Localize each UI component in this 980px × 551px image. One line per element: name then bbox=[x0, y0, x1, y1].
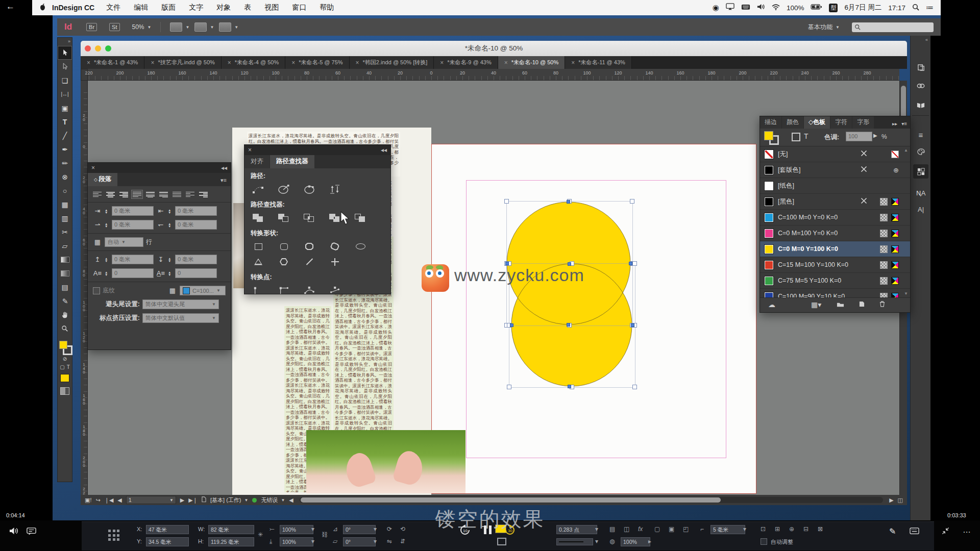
tint-field[interactable]: 100 bbox=[846, 132, 872, 141]
window-split-icon[interactable]: ◫ bbox=[898, 497, 903, 504]
zoom-level-select[interactable]: 50%▼ bbox=[132, 23, 152, 31]
scroll-left-arrow[interactable]: ◀ bbox=[289, 497, 293, 504]
beveled-rectangle-button[interactable] bbox=[303, 240, 316, 253]
x-field[interactable]: 47 毫米 bbox=[146, 525, 189, 534]
fit-proportionally-icon[interactable]: ⊟ bbox=[803, 525, 808, 533]
formatting-container-icon[interactable] bbox=[792, 133, 800, 141]
collapse-panel-icon[interactable]: ◂◂ bbox=[381, 146, 387, 154]
drop-cap-lines-field[interactable]: 0 bbox=[112, 268, 154, 278]
tab-色板[interactable]: ◇色板 bbox=[804, 116, 830, 129]
shading-checkbox[interactable] bbox=[93, 287, 100, 294]
selection-handle[interactable] bbox=[504, 199, 509, 204]
window-titlebar[interactable]: *未命名-10 @ 50% bbox=[81, 41, 907, 56]
gradient-feather-tool[interactable] bbox=[58, 266, 72, 280]
align-jr-button[interactable] bbox=[158, 190, 169, 198]
swatch-row[interactable]: C=100 M=0 Y=0 K=0 bbox=[760, 210, 910, 226]
document-tab[interactable]: ×*技艺非凡.indd @ 50% bbox=[144, 56, 221, 69]
previous-page-button[interactable]: ◀ bbox=[117, 497, 121, 504]
new-swatch-icon[interactable] bbox=[859, 300, 865, 309]
anchor-point[interactable] bbox=[631, 323, 634, 327]
tab-描边[interactable]: 描边 bbox=[760, 116, 781, 129]
inverse-rounded-rectangle-button[interactable] bbox=[328, 240, 341, 253]
fit-content-icon[interactable]: ⊡ bbox=[761, 525, 766, 533]
dropdown-arrow-icon[interactable]: ▾ bbox=[311, 538, 314, 545]
document-tab[interactable]: ×*未命名-4 @ 50% bbox=[222, 56, 285, 69]
intersect-button[interactable] bbox=[303, 212, 316, 224]
minus-back-button[interactable] bbox=[354, 212, 367, 224]
close-tab-icon[interactable]: × bbox=[356, 59, 359, 66]
left-indent-stepper[interactable]: ▲▼ bbox=[105, 209, 109, 214]
close-tab-icon[interactable]: × bbox=[87, 59, 90, 66]
preflight-profile-select[interactable]: [基本] (工作)▼ bbox=[210, 496, 248, 504]
volume-icon[interactable] bbox=[757, 4, 765, 11]
vertical-grid-tool[interactable]: ▥ bbox=[58, 211, 72, 225]
constrain-scale-link-icon[interactable]: ⛓ bbox=[322, 531, 328, 538]
swatch-row[interactable]: C=15 M=100 Y=100 K=0 bbox=[760, 257, 910, 273]
page-tool[interactable]: ❏ bbox=[58, 73, 72, 87]
pen-tool[interactable]: ✒ bbox=[58, 142, 72, 156]
selection-handle[interactable] bbox=[632, 261, 637, 266]
fill-proxy[interactable] bbox=[764, 131, 773, 140]
eyedropper-tool[interactable]: ✐ bbox=[58, 294, 72, 308]
player-back-button[interactable]: ← bbox=[6, 2, 15, 12]
pages-panel-icon[interactable] bbox=[913, 60, 928, 74]
close-panel-icon[interactable]: × bbox=[91, 164, 95, 171]
input-method-badge[interactable]: 型 bbox=[829, 4, 838, 12]
airplay-icon[interactable] bbox=[726, 3, 734, 12]
frame-tool[interactable]: ⊗ bbox=[58, 170, 72, 184]
dropdown-arrow-icon[interactable]: ▾ bbox=[743, 525, 746, 533]
shortcut-keys-button[interactable] bbox=[910, 527, 919, 536]
close-panel-icon[interactable]: × bbox=[248, 146, 252, 154]
swatch-row[interactable]: C=0 M=0 Y=100 K=0 bbox=[760, 241, 910, 257]
menu-item-3[interactable]: 文字 bbox=[182, 3, 210, 12]
formatting-text-icon[interactable]: T bbox=[804, 132, 808, 140]
direct-selection-tool[interactable] bbox=[58, 60, 72, 73]
horizontal-grid-tool[interactable]: ▦ bbox=[58, 197, 72, 211]
kinsoku-select[interactable]: 简体中文避头尾▼ bbox=[142, 299, 219, 309]
rotation-field[interactable]: 0° bbox=[343, 525, 376, 534]
last-line-indent-field[interactable]: 0 毫米 bbox=[175, 220, 217, 230]
stroke-color-swatch[interactable] bbox=[497, 538, 506, 545]
new-color-group-icon[interactable] bbox=[837, 300, 844, 309]
orthogonal-line-button[interactable] bbox=[328, 256, 341, 268]
apple-icon[interactable] bbox=[39, 3, 46, 12]
notes-button[interactable]: ✎ bbox=[889, 527, 896, 536]
grid-align-select[interactable]: 自动▼ bbox=[105, 237, 143, 247]
dropdown-arrow-icon[interactable]: ▾ bbox=[374, 525, 377, 533]
swatch-row[interactable]: [无] bbox=[760, 146, 910, 162]
zoom-tool[interactable] bbox=[58, 321, 72, 335]
close-tab-icon[interactable]: × bbox=[151, 59, 154, 66]
bridge-button[interactable]: Br bbox=[86, 23, 97, 31]
stock-button[interactable]: St bbox=[109, 23, 119, 31]
space-before-stepper[interactable]: ▲▼ bbox=[105, 257, 109, 262]
rotate-ccw-icon[interactable]: ⟲ bbox=[400, 525, 405, 533]
search-input[interactable] bbox=[852, 22, 934, 32]
space-after-stepper[interactable]: ▲▼ bbox=[168, 257, 173, 262]
view-options-dropdown[interactable]: ▼ bbox=[170, 22, 189, 32]
content-collector-tool[interactable]: ▣ bbox=[58, 101, 72, 115]
align-el-button[interactable] bbox=[185, 190, 195, 198]
collapse-panel-icon[interactable]: ◂◂ bbox=[221, 164, 227, 171]
swatch-row[interactable]: [纸色] bbox=[760, 178, 910, 194]
character-styles-panel-icon[interactable]: ꞐA bbox=[913, 186, 928, 200]
more-options-button[interactable]: … bbox=[963, 525, 971, 535]
ellipse-tool[interactable]: ○ bbox=[58, 184, 72, 197]
menu-item-8[interactable]: 帮助 bbox=[313, 3, 340, 12]
right-indent-stepper[interactable]: ▲▼ bbox=[168, 209, 173, 214]
selection-handle[interactable] bbox=[630, 199, 634, 204]
rounded-rectangle-button[interactable] bbox=[277, 240, 290, 253]
shading-color-select[interactable]: C=100...▼ bbox=[180, 286, 226, 295]
selection-handle[interactable] bbox=[632, 385, 637, 389]
tab-字形[interactable]: 字形 bbox=[852, 116, 874, 129]
vertical-ruler[interactable]: 2 002 04 06 08 01 0 01 2 01 4 01 6 01 8 … bbox=[81, 81, 88, 495]
document-tab[interactable]: ×*未命名-10 @ 50% bbox=[498, 56, 566, 69]
panel-menu-icon[interactable]: ▾≡ bbox=[216, 177, 231, 186]
exclude-overlap-button[interactable] bbox=[328, 212, 341, 224]
gap-tool[interactable]: |↔| bbox=[58, 87, 72, 101]
menubar-time[interactable]: 17:17 bbox=[888, 4, 905, 12]
preflight-panel-icon[interactable]: ▣! bbox=[85, 497, 91, 504]
preflight-status-select[interactable]: 无错误▼ bbox=[261, 496, 285, 504]
hand-tool[interactable] bbox=[58, 308, 72, 321]
tab-paragraph[interactable]: ◇ 段落 bbox=[88, 173, 117, 186]
document-tab[interactable]: ×*未命名-5 @ 75% bbox=[285, 56, 349, 69]
